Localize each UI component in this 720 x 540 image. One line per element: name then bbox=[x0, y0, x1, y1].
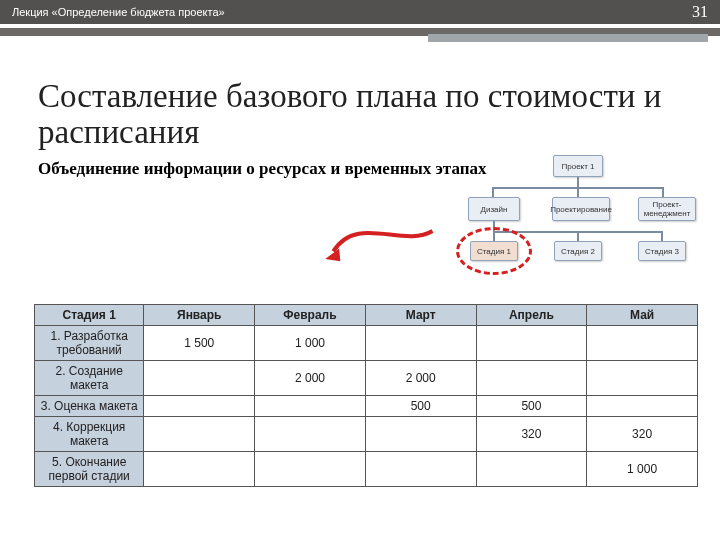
col-month-0: Январь bbox=[144, 305, 255, 326]
decor-stripes bbox=[0, 24, 720, 46]
cell: 2 000 bbox=[365, 361, 476, 396]
cell bbox=[476, 361, 587, 396]
org-diagram: Проект 1 Дизайн Проектирование Проект-ме… bbox=[458, 155, 698, 285]
cell bbox=[365, 452, 476, 487]
cell bbox=[255, 417, 366, 452]
table-header-row: Стадия 1 Январь Февраль Март Апрель Май bbox=[35, 305, 698, 326]
node-leaf-1: Стадия 2 bbox=[554, 241, 602, 261]
table-row: 1. Разработка требований 1 500 1 000 bbox=[35, 326, 698, 361]
table-row: 4. Коррекция макета 320 320 bbox=[35, 417, 698, 452]
node-mid-1: Проектирование bbox=[552, 197, 610, 221]
table-row: 2. Создание макета 2 000 2 000 bbox=[35, 361, 698, 396]
node-mid-2: Проект-менеджмент bbox=[638, 197, 696, 221]
cell bbox=[255, 452, 366, 487]
cell: 1 500 bbox=[144, 326, 255, 361]
cell bbox=[365, 326, 476, 361]
cell: 1 000 bbox=[255, 326, 366, 361]
cell: 500 bbox=[476, 396, 587, 417]
arrow-icon bbox=[280, 196, 480, 266]
row-label: 2. Создание макета bbox=[35, 361, 144, 396]
cell bbox=[144, 417, 255, 452]
cell: 500 bbox=[365, 396, 476, 417]
cell bbox=[255, 396, 366, 417]
row-label: 4. Коррекция макета bbox=[35, 417, 144, 452]
row-label: 3. Оценка макета bbox=[35, 396, 144, 417]
col-month-3: Апрель bbox=[476, 305, 587, 326]
node-root: Проект 1 bbox=[553, 155, 603, 177]
cell bbox=[587, 396, 698, 417]
cell: 320 bbox=[587, 417, 698, 452]
cell bbox=[144, 396, 255, 417]
slide-number: 31 bbox=[692, 3, 708, 21]
cell: 320 bbox=[476, 417, 587, 452]
cell bbox=[587, 361, 698, 396]
cell bbox=[476, 452, 587, 487]
cell bbox=[476, 326, 587, 361]
cell: 2 000 bbox=[255, 361, 366, 396]
col-stage: Стадия 1 bbox=[35, 305, 144, 326]
page-title: Составление базового плана по стоимости … bbox=[38, 78, 682, 151]
schedule-table: Стадия 1 Январь Февраль Март Апрель Май … bbox=[34, 304, 698, 487]
node-leaf-2: Стадия 3 bbox=[638, 241, 686, 261]
table-row: 5. Окончание первой стадии 1 000 bbox=[35, 452, 698, 487]
row-label: 5. Окончание первой стадии bbox=[35, 452, 144, 487]
lecture-label: Лекция «Определение бюджета проекта» bbox=[12, 6, 225, 18]
topbar: Лекция «Определение бюджета проекта» 31 bbox=[0, 0, 720, 24]
cell bbox=[144, 361, 255, 396]
table-row: 3. Оценка макета 500 500 bbox=[35, 396, 698, 417]
row-label: 1. Разработка требований bbox=[35, 326, 144, 361]
col-month-2: Март bbox=[365, 305, 476, 326]
cell: 1 000 bbox=[587, 452, 698, 487]
cell bbox=[587, 326, 698, 361]
cell bbox=[144, 452, 255, 487]
col-month-1: Февраль bbox=[255, 305, 366, 326]
cell bbox=[365, 417, 476, 452]
col-month-4: Май bbox=[587, 305, 698, 326]
